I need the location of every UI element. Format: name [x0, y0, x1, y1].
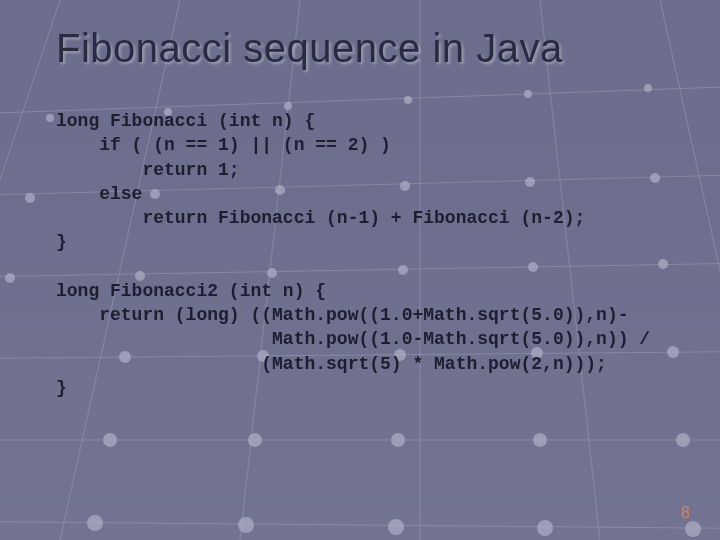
- page-number: 8: [681, 504, 690, 522]
- slide-content: Fibonacci sequence in Java long Fibonacc…: [0, 0, 720, 540]
- code-block-recursive: long Fibonacci (int n) { if ( (n == 1) |…: [56, 109, 680, 255]
- slide-title: Fibonacci sequence in Java: [56, 26, 680, 71]
- code-block-closed-form: long Fibonacci2 (int n) { return (long) …: [56, 279, 680, 400]
